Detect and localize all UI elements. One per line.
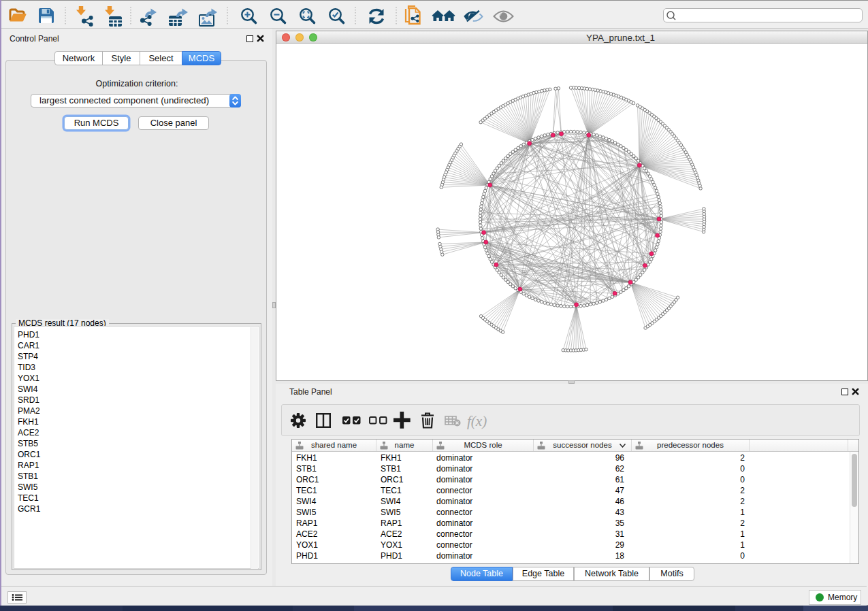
svg-text:f(x): f(x) [467,413,487,429]
